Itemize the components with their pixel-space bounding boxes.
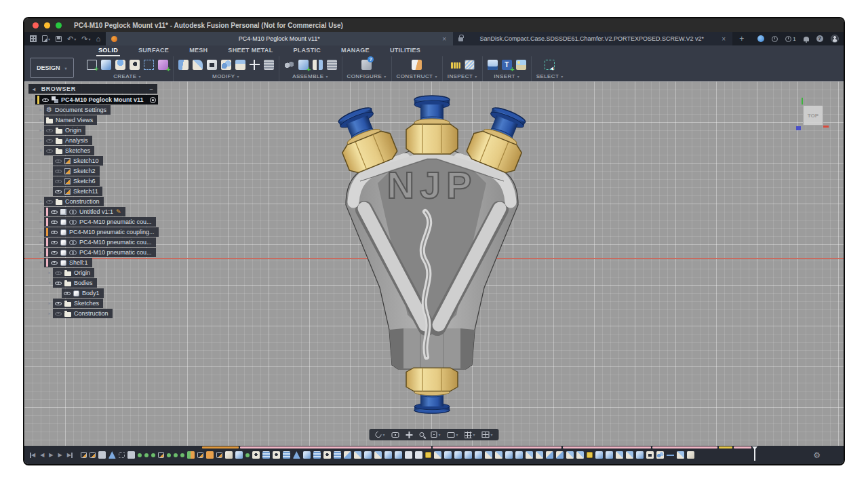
tree-caret-icon[interactable]: ▸ — [37, 199, 44, 204]
tree-caret-icon[interactable]: ▾ — [37, 260, 44, 265]
ribbon-tab-sheet-metal[interactable]: SHEET METAL — [226, 45, 275, 56]
tree-row[interactable]: ▸Analysis — [37, 136, 159, 145]
extrude-icon[interactable] — [101, 60, 111, 70]
ribbon-group-label[interactable]: ASSEMBLE ▾ — [292, 73, 328, 79]
collapse-panel-icon[interactable]: ◂ — [33, 86, 36, 92]
grid-settings-button[interactable]: ▾ — [465, 432, 475, 438]
tree-item[interactable]: PC4-M10 pneumatic cou... — [44, 248, 156, 257]
timeline-feature-fillet-icon[interactable] — [566, 451, 574, 459]
timeline-feature-plane-icon[interactable] — [98, 451, 106, 459]
timeline-feature-sketch-icon[interactable] — [216, 452, 222, 458]
tree-row[interactable]: ▸⚙Document Settings — [37, 105, 159, 115]
as-built-joint-icon[interactable] — [327, 60, 337, 70]
tree-row[interactable]: ▾Shell:1 — [37, 258, 159, 267]
timeline-feature-shell-icon[interactable] — [646, 451, 654, 459]
tree-row[interactable]: ▾Bodies — [46, 278, 159, 288]
visibility-eye-icon[interactable] — [51, 229, 58, 235]
document-tab[interactable]: PC4-M10 Peglock Mount v11*× — [106, 32, 453, 45]
tree-item[interactable]: Construction — [44, 197, 104, 206]
tree-item[interactable]: PC4-M10 pneumatic cou... — [44, 217, 156, 227]
close-tab-icon[interactable]: × — [441, 35, 448, 43]
timeline-feature-extrude-icon[interactable] — [235, 451, 243, 459]
help-icon[interactable]: ? — [816, 35, 823, 42]
visibility-eye-icon[interactable] — [55, 168, 62, 174]
visibility-eye-icon[interactable] — [51, 260, 58, 266]
timeline-feature-chamfer-icon[interactable] — [344, 451, 351, 459]
visibility-eye-icon[interactable] — [55, 270, 62, 276]
timeline-feature-extrude-icon[interactable] — [444, 451, 452, 459]
timeline-feature-thread-icon[interactable] — [262, 451, 270, 459]
tree-caret-icon[interactable]: ▸ — [37, 107, 44, 113]
pneumatic-fitting-middle[interactable] — [406, 96, 458, 154]
tree-item[interactable]: Untitled v1:1✎ — [44, 207, 125, 216]
create-form-icon[interactable] — [158, 60, 168, 70]
ribbon-group-label[interactable]: CONSTRUCT ▾ — [397, 73, 437, 79]
tree-caret-icon[interactable]: ▾ — [46, 280, 53, 286]
timeline-feature-sketch-yellow-icon[interactable] — [425, 452, 431, 458]
timeline-feature-sketch-icon[interactable] — [158, 452, 164, 458]
ribbon-tab-manage[interactable]: MANAGE — [339, 45, 372, 56]
ribbon-group-label[interactable]: INSERT ▾ — [494, 73, 519, 79]
timeline-feature-green-ring-icon[interactable] — [167, 453, 171, 457]
timeline-feature-sketch-yellow-icon[interactable] — [587, 452, 593, 458]
hole-icon[interactable] — [130, 60, 140, 70]
tree-row[interactable]: Sketch2 — [46, 166, 159, 176]
revolve-icon[interactable] — [115, 60, 125, 70]
browser-header[interactable]: ◂ BROWSER – — [28, 84, 157, 94]
tree-item[interactable]: Sketches — [44, 146, 94, 155]
ribbon-tab-mesh[interactable]: MESH — [187, 45, 210, 56]
tree-item[interactable]: Shell:1 — [44, 258, 92, 267]
timeline-feature-fillet-icon[interactable] — [485, 451, 492, 459]
timeline-feature-green-ring-icon[interactable] — [174, 453, 178, 457]
rigid-group-icon[interactable] — [284, 60, 294, 70]
timeline-feature-extrude-icon[interactable] — [384, 451, 392, 459]
step-forward-button[interactable]: ▶ — [58, 452, 62, 458]
tree-row[interactable]: ▸Origin — [37, 126, 159, 135]
timeline-feature-chamfer-icon[interactable] — [556, 451, 564, 459]
tree-row[interactable]: ▸PC4-M10 pneumatic coupling... — [37, 227, 159, 237]
timeline-feature-hole-icon[interactable] — [273, 451, 280, 459]
minimize-window-button[interactable] — [44, 22, 50, 28]
tree-row[interactable]: Body1 — [55, 288, 159, 298]
tree-caret-icon[interactable]: ▸ — [37, 128, 44, 133]
visibility-eye-icon[interactable] — [46, 148, 53, 154]
ribbon-group-label[interactable]: INSPECT ▾ — [448, 73, 477, 79]
close-window-button[interactable] — [33, 22, 39, 28]
timeline-feature-thread-icon[interactable] — [334, 451, 341, 459]
document-tab[interactable]: SanDisk.Compact.Case.SDSSDE61.Chamfer.V2… — [453, 32, 732, 45]
tree-row[interactable]: ▸Construction — [37, 197, 159, 206]
timeline-feature-extrude-icon[interactable] — [395, 451, 402, 459]
zoom-button[interactable] — [419, 432, 424, 437]
edit-pencil-icon[interactable]: ✎ — [116, 209, 121, 215]
timeline-feature-combine-icon[interactable] — [656, 451, 664, 459]
timeline-feature-extrude-icon[interactable] — [505, 451, 513, 459]
timeline-feature-extrude-icon[interactable] — [364, 451, 372, 459]
tree-row[interactable]: ▸Construction — [46, 309, 159, 318]
app-grid-button[interactable] — [28, 35, 38, 42]
change-parameters-icon[interactable] — [264, 60, 274, 70]
ribbon-group-label[interactable]: CREATE ▾ — [113, 73, 141, 79]
timeline-feature-mirror-icon[interactable] — [293, 451, 300, 459]
shell-icon[interactable] — [207, 60, 217, 70]
viewport-canvas[interactable]: NJP TOP ◂ BROWSER – ▾PC4-M10 Peglock Mou… — [24, 81, 844, 446]
visibility-eye-icon[interactable] — [55, 301, 62, 307]
timeline-feature-move-icon[interactable] — [405, 451, 412, 459]
tree-item[interactable]: Sketches — [53, 299, 103, 308]
tree-item[interactable]: Sketch10 — [53, 156, 103, 166]
timeline-feature-move-icon[interactable] — [415, 451, 422, 459]
rectangular-pattern-icon[interactable] — [144, 60, 154, 70]
configure-icon[interactable] — [361, 60, 372, 70]
timeline-feature-hole-icon[interactable] — [323, 451, 331, 459]
ribbon-tab-utilities[interactable]: UTILITIES — [388, 45, 422, 56]
ribbon-group-label[interactable]: CONFIGURE ▾ — [347, 73, 387, 79]
tree-caret-icon[interactable]: ▸ — [37, 219, 44, 225]
skip-end-button[interactable]: ▶ — [67, 452, 73, 458]
ribbon-tab-solid[interactable]: SOLID — [96, 45, 120, 56]
timeline-feature-green-ring-icon[interactable] — [245, 453, 250, 457]
canvas-icon[interactable] — [516, 60, 526, 70]
timeline-feature-hole-icon[interactable] — [252, 451, 260, 459]
model-3d[interactable]: NJP — [323, 91, 540, 430]
visibility-eye-icon[interactable] — [51, 250, 58, 256]
ribbon-tab-surface[interactable]: SURFACE — [136, 45, 171, 56]
close-tab-icon[interactable]: × — [720, 35, 727, 43]
